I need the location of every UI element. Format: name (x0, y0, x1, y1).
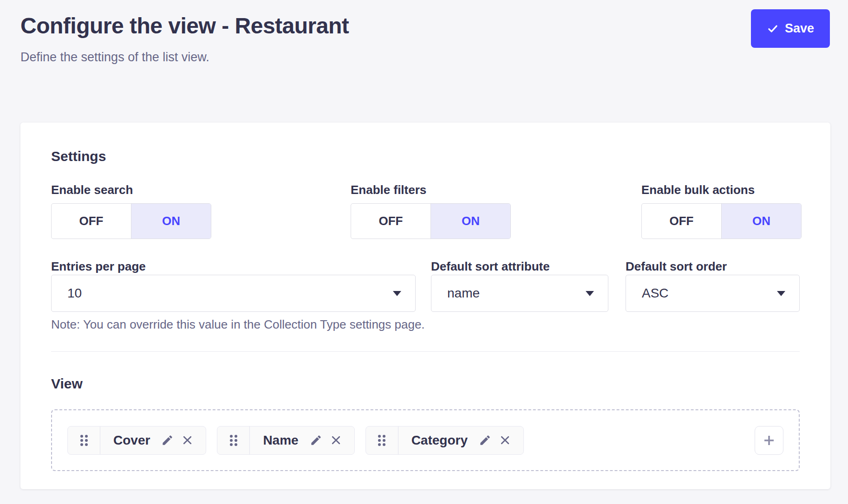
chevron-down-icon (393, 291, 401, 296)
drag-handle-icon (228, 434, 239, 447)
page-subtitle: Define the settings of the list view. (20, 50, 209, 65)
close-icon (330, 434, 342, 446)
enable-bulk-actions-field: Enable bulk actions OFF ON (641, 183, 802, 239)
chevron-down-icon (777, 291, 785, 296)
drag-handle[interactable] (68, 426, 100, 454)
enable-filters-field: Enable filters OFF ON (351, 183, 511, 239)
drag-handle-icon (79, 434, 89, 447)
enable-search-toggle: OFF ON (51, 203, 211, 239)
enable-search-off-option[interactable]: OFF (52, 204, 131, 239)
settings-card: Settings Enable search OFF ON Enable fil… (20, 123, 830, 489)
remove-field-button[interactable] (181, 434, 194, 446)
entries-per-page-value: 10 (67, 286, 82, 301)
enable-filters-on-option[interactable]: ON (431, 204, 510, 239)
save-button-label: Save (785, 21, 814, 36)
page-header: Configure the view - Restaurant Define t… (0, 0, 848, 123)
plus-icon (762, 433, 776, 448)
enable-filters-label: Enable filters (351, 183, 511, 197)
page-title: Configure the view - Restaurant (20, 13, 349, 39)
close-icon (181, 434, 194, 446)
drag-handle[interactable] (366, 426, 398, 454)
pencil-icon (310, 434, 322, 446)
edit-field-button[interactable] (161, 434, 174, 446)
settings-form: Enable search OFF ON Enable filters OFF … (51, 183, 800, 330)
default-sort-order-value: ASC (642, 286, 669, 301)
chip-label: Category (411, 433, 468, 448)
enable-filters-toggle: OFF ON (351, 203, 511, 239)
settings-heading: Settings (51, 149, 800, 164)
pencil-icon (161, 434, 174, 446)
edit-field-button[interactable] (310, 434, 322, 446)
drag-handle[interactable] (217, 426, 250, 454)
add-field-button[interactable] (755, 426, 783, 455)
chip-label: Cover (113, 433, 150, 448)
save-button[interactable]: Save (751, 9, 830, 48)
chevron-down-icon (586, 291, 594, 296)
view-heading: View (51, 376, 800, 392)
remove-field-button[interactable] (330, 434, 342, 446)
chip-label: Name (263, 433, 298, 448)
view-field-chip-cover: Cover (67, 426, 206, 455)
view-field-chip-category: Category (365, 426, 524, 455)
view-field-chip-name: Name (217, 426, 354, 455)
default-sort-attribute-value: name (447, 286, 480, 301)
section-divider (51, 351, 800, 352)
enable-search-field: Enable search OFF ON (51, 183, 211, 239)
entries-per-page-select[interactable]: 10 (51, 275, 416, 312)
enable-search-on-option[interactable]: ON (131, 204, 211, 239)
default-sort-attribute-label: Default sort attribute (431, 259, 550, 274)
drag-handle-icon (377, 434, 387, 447)
default-sort-order-label: Default sort order (626, 259, 727, 274)
edit-field-button[interactable] (479, 434, 491, 446)
remove-field-button[interactable] (499, 434, 511, 446)
pencil-icon (479, 434, 491, 446)
enable-bulk-actions-toggle: OFF ON (641, 203, 802, 239)
enable-bulk-actions-label: Enable bulk actions (641, 183, 802, 197)
default-sort-order-select[interactable]: ASC (626, 275, 800, 312)
enable-bulk-actions-off-option[interactable]: OFF (642, 204, 721, 239)
enable-bulk-actions-on-option[interactable]: ON (721, 204, 801, 239)
entries-per-page-note: Note: You can override this value in the… (51, 317, 425, 332)
default-sort-attribute-select[interactable]: name (431, 275, 608, 312)
entries-per-page-label: Entries per page (51, 259, 146, 274)
view-fields-drop-zone: Cover Name (51, 409, 800, 471)
enable-filters-off-option[interactable]: OFF (351, 204, 431, 239)
enable-search-label: Enable search (51, 183, 211, 197)
close-icon (499, 434, 511, 446)
check-icon (767, 23, 779, 35)
